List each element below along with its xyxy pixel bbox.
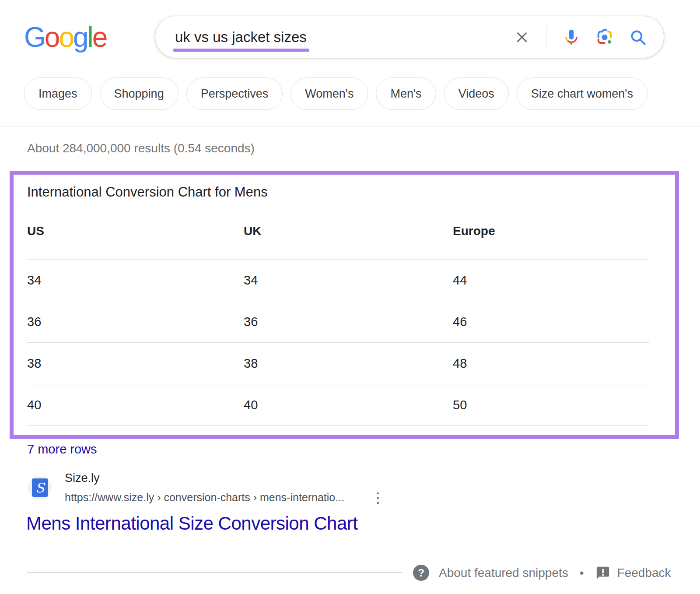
snippet-footer: ? About featured snippets • Feedback bbox=[413, 565, 671, 581]
site-favicon[interactable]: S bbox=[28, 476, 52, 499]
chip-images[interactable]: Images bbox=[24, 77, 92, 110]
table-row: 36 36 46 bbox=[27, 301, 662, 342]
table-cell: 38 bbox=[27, 356, 244, 371]
table-row: 34 34 44 bbox=[27, 260, 662, 301]
search-input[interactable]: uk vs us jacket sizes bbox=[175, 29, 307, 46]
header-divider bbox=[0, 127, 700, 127]
result-options-icon[interactable]: ⋮ bbox=[371, 489, 385, 506]
table-header-us: US bbox=[27, 224, 244, 238]
chip-mens[interactable]: Men's bbox=[376, 77, 436, 110]
footer-divider bbox=[27, 572, 402, 573]
table-cell: 44 bbox=[453, 273, 662, 288]
feedback-link[interactable]: Feedback bbox=[617, 566, 671, 580]
search-bar[interactable]: uk vs us jacket sizes bbox=[155, 16, 664, 58]
table-cell: 38 bbox=[244, 356, 453, 371]
featured-snippet-highlight: International Conversion Chart for Mens … bbox=[10, 171, 679, 439]
result-title-link[interactable]: Mens International Size Conversion Chart bbox=[26, 513, 357, 534]
table-header-row: US UK Europe bbox=[27, 224, 662, 259]
result-stats: About 284,000,000 results (0.54 seconds) bbox=[27, 141, 255, 155]
featured-snippet-content: International Conversion Chart for Mens … bbox=[14, 184, 675, 426]
result-source-block[interactable]: Size.ly https://www.size.ly › conversion… bbox=[65, 471, 344, 504]
logo-letter: o bbox=[59, 21, 73, 53]
chip-perspectives[interactable]: Perspectives bbox=[186, 77, 283, 110]
table-header-europe: Europe bbox=[453, 224, 662, 238]
search-icon[interactable] bbox=[629, 28, 647, 46]
search-query-text: uk vs us jacket sizes bbox=[175, 29, 307, 45]
search-bar-icons bbox=[514, 26, 647, 49]
clear-icon[interactable] bbox=[514, 29, 530, 46]
table-header-uk: UK bbox=[244, 224, 453, 238]
google-serp-page: Google uk vs us jacket sizes bbox=[0, 0, 700, 594]
chip-size-chart-womens[interactable]: Size chart women's bbox=[517, 77, 648, 110]
mic-icon[interactable] bbox=[562, 28, 581, 46]
chip-womens[interactable]: Women's bbox=[290, 77, 368, 110]
snippet-heading: International Conversion Chart for Mens bbox=[27, 184, 662, 200]
logo-letter: e bbox=[92, 21, 107, 53]
about-featured-snippets-link[interactable]: About featured snippets bbox=[439, 566, 568, 580]
more-rows-link[interactable]: 7 more rows bbox=[27, 442, 97, 457]
table-cell: 36 bbox=[27, 315, 244, 329]
table-row: 40 40 50 bbox=[27, 384, 662, 425]
filter-chips-row: Images Shopping Perspectives Women's Men… bbox=[24, 77, 648, 110]
logo-letter: g bbox=[73, 21, 88, 53]
favicon-letter: S bbox=[32, 478, 48, 497]
table-cell: 34 bbox=[27, 273, 244, 288]
table-cell: 48 bbox=[453, 356, 662, 371]
table-cell: 40 bbox=[244, 398, 453, 412]
conversion-table: US UK Europe 34 34 44 36 36 46 bbox=[27, 224, 662, 426]
table-cell: 50 bbox=[453, 398, 662, 412]
lens-icon[interactable] bbox=[595, 27, 615, 47]
footer-separator: • bbox=[580, 566, 584, 580]
google-logo[interactable]: Google bbox=[24, 21, 106, 53]
logo-letter: l bbox=[88, 21, 92, 53]
search-bar-divider bbox=[546, 26, 546, 49]
query-underline-annotation bbox=[173, 49, 309, 52]
table-divider bbox=[27, 425, 649, 426]
chip-shopping[interactable]: Shopping bbox=[100, 77, 178, 110]
table-cell: 36 bbox=[244, 315, 453, 329]
help-icon[interactable]: ? bbox=[413, 565, 429, 581]
site-name: Size.ly bbox=[65, 471, 344, 485]
table-cell: 46 bbox=[453, 315, 662, 329]
logo-letter: o bbox=[45, 21, 59, 53]
table-cell: 40 bbox=[27, 398, 244, 412]
chip-videos[interactable]: Videos bbox=[444, 77, 509, 110]
site-breadcrumb: https://www.size.ly › conversion-charts … bbox=[65, 491, 344, 504]
table-row: 38 38 48 bbox=[27, 343, 662, 384]
table-cell: 34 bbox=[244, 273, 453, 288]
feedback-icon[interactable] bbox=[595, 566, 610, 580]
logo-letter: G bbox=[24, 21, 45, 53]
